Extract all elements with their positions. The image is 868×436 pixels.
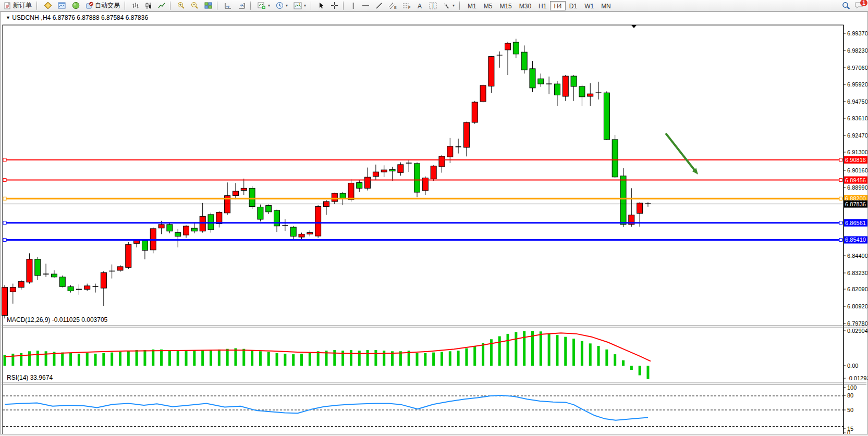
candle-body — [59, 277, 65, 286]
navigator-button[interactable] — [69, 1, 82, 11]
fibonacci-icon: F — [402, 2, 411, 9]
line-handle-left[interactable] — [3, 221, 6, 225]
collapse-ohlc-icon[interactable]: ▼ — [6, 15, 10, 20]
fibonacci-button[interactable]: F — [400, 1, 413, 11]
auto-trading-label: 自动交易 — [95, 1, 120, 10]
macd-histogram-bar — [201, 350, 204, 366]
trendline-button[interactable] — [373, 1, 385, 11]
text-button[interactable]: A — [414, 1, 426, 11]
line-chart-icon — [158, 2, 165, 9]
new-order-button[interactable]: 新订单 — [2, 1, 34, 11]
zoom-out-button[interactable] — [188, 1, 201, 11]
macd-axis-label: -0.012934 — [847, 375, 867, 381]
zoom-in-button[interactable] — [175, 1, 188, 11]
line-handle-right[interactable] — [839, 197, 842, 200]
dropdown-caret: ▾ — [304, 3, 306, 8]
line-handle-left[interactable] — [3, 179, 6, 182]
charts-button[interactable] — [41, 1, 55, 11]
line-handle-left[interactable] — [3, 197, 6, 200]
candlestick-chart-icon — [145, 2, 152, 9]
timeframe-h1-button[interactable]: H1 — [535, 1, 550, 10]
price-badge-text: 6.86561 — [845, 220, 866, 226]
crosshair-button[interactable] — [328, 1, 341, 11]
macd-histogram-bar — [317, 351, 320, 366]
macd-histogram-bar — [473, 346, 476, 366]
candle-body — [588, 94, 593, 96]
macd-histogram-bar — [366, 350, 369, 366]
candle-body — [307, 233, 313, 234]
candle-body — [68, 286, 74, 291]
candle-body — [290, 227, 296, 236]
vertical-line-button[interactable] — [348, 1, 359, 11]
candle-body — [389, 169, 395, 171]
auto-scroll-button[interactable] — [222, 1, 235, 11]
chart-canvas[interactable]: 6.908166.894566.882006.878366.865616.854… — [1, 12, 867, 434]
candle-body — [126, 244, 131, 267]
candle-body — [398, 165, 404, 172]
bar-chart-button[interactable] — [129, 1, 142, 11]
equidistant-channel-button[interactable]: E — [386, 1, 399, 11]
line-handle-right[interactable] — [839, 238, 842, 241]
timeframe-w1-button[interactable]: W1 — [581, 1, 597, 10]
notification-button[interactable]: 1 — [854, 2, 863, 9]
timeframe-m5-button[interactable]: M5 — [480, 1, 496, 10]
candle-body — [35, 259, 41, 276]
candle-body — [18, 281, 24, 287]
timeframe-m30-button[interactable]: M30 — [516, 1, 535, 10]
horizontal-line-button[interactable] — [359, 1, 372, 11]
candlestick-chart-button[interactable] — [142, 1, 155, 11]
arrows-button[interactable]: ▾ — [440, 1, 457, 11]
templates-button[interactable]: ▾ — [291, 1, 309, 11]
timeframe-mn-button[interactable]: MN — [597, 1, 615, 10]
price-axis-label: 6.79780 — [847, 320, 867, 327]
macd-histogram-bar — [78, 354, 80, 366]
cursor-button[interactable] — [315, 1, 327, 11]
toolbar-separator — [170, 2, 173, 10]
indicators-button[interactable]: ▾ — [255, 1, 273, 11]
macd-histogram-bar — [540, 331, 542, 366]
line-handle-left[interactable] — [3, 238, 6, 241]
timeframe-h4-button[interactable]: H4 — [550, 1, 565, 10]
chart-shift-button[interactable] — [235, 1, 248, 11]
periods-button[interactable]: ▾ — [273, 1, 290, 11]
dropdown-caret: ▾ — [453, 3, 455, 8]
macd-histogram-bar — [143, 350, 146, 366]
candle-body — [505, 43, 511, 50]
candle-body — [571, 76, 577, 86]
text-label-button[interactable]: T — [426, 1, 439, 11]
toolbar-separator — [125, 2, 127, 10]
candle-body — [200, 216, 205, 231]
search-icon[interactable] — [842, 2, 850, 10]
candle-body — [184, 226, 189, 235]
line-handle-right[interactable] — [839, 221, 842, 225]
auto-trading-button[interactable]: 自动交易 — [83, 1, 123, 11]
chart-ohlc-values: 6.87876 6.87888 6.87584 6.87836 — [53, 14, 149, 21]
rsi-value: 33.9674 — [30, 374, 53, 381]
macd-histogram-bar — [11, 354, 14, 366]
price-badge-text: 6.90816 — [845, 157, 866, 163]
candle-body — [258, 207, 263, 219]
timeframe-m15-button[interactable]: M15 — [496, 1, 515, 10]
candle-body — [10, 288, 16, 292]
macd-histogram-bar — [251, 350, 253, 366]
market-watch-button[interactable] — [55, 1, 69, 11]
price-badge-text: 6.85410 — [845, 236, 866, 243]
timeframe-m1-button[interactable]: M1 — [464, 1, 480, 10]
tile-windows-button[interactable] — [202, 1, 215, 11]
candle-body — [620, 176, 626, 225]
candle-body — [117, 267, 123, 270]
candle-body — [365, 177, 371, 188]
line-handle-right[interactable] — [839, 179, 842, 182]
timeframe-d1-button[interactable]: D1 — [566, 1, 581, 10]
macd-histogram-bar — [185, 351, 188, 366]
line-handle-left[interactable] — [3, 158, 6, 161]
toolbar-separator — [217, 2, 219, 10]
tile-windows-icon — [204, 2, 212, 9]
macd-histogram-bar — [218, 350, 221, 366]
line-chart-button[interactable] — [155, 1, 168, 11]
macd-histogram-bar — [36, 351, 39, 366]
candle-body — [134, 240, 140, 243]
candle-body — [447, 146, 453, 157]
candle-body — [463, 122, 469, 147]
line-handle-right[interactable] — [839, 158, 842, 161]
